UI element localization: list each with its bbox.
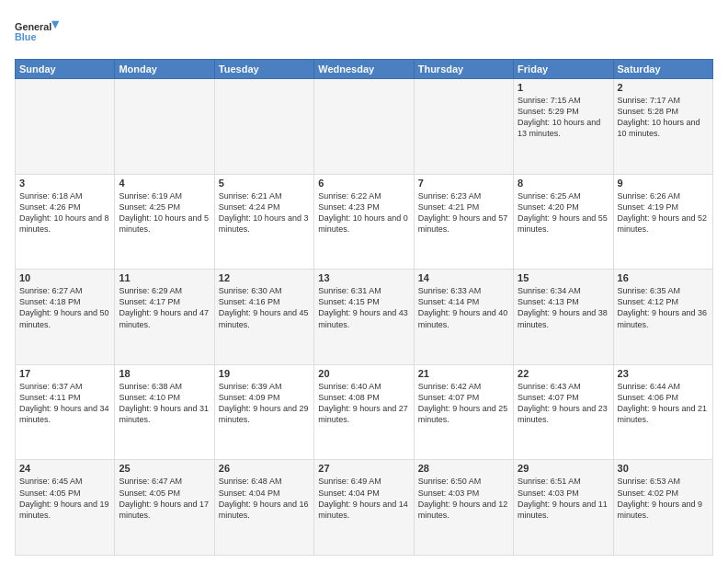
calendar-cell: 12Sunrise: 6:30 AM Sunset: 4:16 PM Dayli…: [214, 270, 313, 365]
day-number: 27: [318, 463, 409, 474]
generalblue-logo: General Blue: [15, 15, 61, 52]
day-number: 2: [618, 82, 709, 93]
day-number: 8: [518, 178, 609, 189]
day-info: Sunrise: 6:21 AM Sunset: 4:24 PM Dayligh…: [219, 190, 310, 236]
header: General Blue: [15, 15, 713, 52]
column-header-wednesday: Wednesday: [314, 60, 414, 79]
day-number: 26: [219, 463, 310, 474]
calendar-cell: 29Sunrise: 6:51 AM Sunset: 4:03 PM Dayli…: [514, 460, 613, 556]
column-header-friday: Friday: [514, 60, 613, 79]
day-number: 20: [318, 368, 409, 379]
column-header-tuesday: Tuesday: [214, 60, 313, 79]
day-number: 18: [119, 368, 210, 379]
calendar-cell: 26Sunrise: 6:48 AM Sunset: 4:04 PM Dayli…: [214, 460, 313, 556]
day-info: Sunrise: 6:31 AM Sunset: 4:15 PM Dayligh…: [318, 285, 409, 330]
calendar-cell: 23Sunrise: 6:44 AM Sunset: 4:06 PM Dayli…: [613, 364, 712, 460]
calendar-cell: [115, 79, 214, 175]
day-info: Sunrise: 6:49 AM Sunset: 4:04 PM Dayligh…: [318, 476, 409, 521]
day-number: 11: [119, 272, 210, 283]
calendar-cell: 28Sunrise: 6:50 AM Sunset: 4:03 PM Dayli…: [414, 460, 513, 556]
week-row-4: 17Sunrise: 6:37 AM Sunset: 4:11 PM Dayli…: [16, 364, 713, 460]
calendar-cell: 21Sunrise: 6:42 AM Sunset: 4:07 PM Dayli…: [414, 364, 513, 460]
header-row: SundayMondayTuesdayWednesdayThursdayFrid…: [16, 60, 713, 79]
calendar-cell: 19Sunrise: 6:39 AM Sunset: 4:09 PM Dayli…: [214, 364, 313, 460]
day-number: 6: [318, 178, 409, 189]
calendar-cell: [414, 79, 513, 175]
calendar-cell: 15Sunrise: 6:34 AM Sunset: 4:13 PM Dayli…: [514, 270, 613, 365]
day-number: 30: [618, 463, 709, 474]
day-info: Sunrise: 6:40 AM Sunset: 4:08 PM Dayligh…: [318, 381, 409, 426]
calendar-cell: 1Sunrise: 7:15 AM Sunset: 5:29 PM Daylig…: [514, 79, 613, 175]
day-info: Sunrise: 6:19 AM Sunset: 4:25 PM Dayligh…: [119, 190, 210, 236]
day-info: Sunrise: 6:47 AM Sunset: 4:05 PM Dayligh…: [119, 476, 210, 521]
day-info: Sunrise: 6:27 AM Sunset: 4:18 PM Dayligh…: [19, 285, 110, 330]
calendar-cell: [214, 79, 313, 175]
day-number: 19: [219, 368, 310, 379]
page: General Blue SundayMondayTuesdayWednesda…: [0, 0, 728, 563]
week-row-2: 3Sunrise: 6:18 AM Sunset: 4:26 PM Daylig…: [16, 174, 713, 270]
calendar-cell: 16Sunrise: 6:35 AM Sunset: 4:12 PM Dayli…: [613, 270, 712, 365]
calendar-cell: 10Sunrise: 6:27 AM Sunset: 4:18 PM Dayli…: [16, 270, 115, 365]
day-info: Sunrise: 6:43 AM Sunset: 4:07 PM Dayligh…: [518, 381, 609, 426]
calendar-cell: 25Sunrise: 6:47 AM Sunset: 4:05 PM Dayli…: [115, 460, 214, 556]
day-number: 9: [618, 178, 709, 189]
day-info: Sunrise: 6:37 AM Sunset: 4:11 PM Dayligh…: [19, 381, 110, 426]
calendar-cell: 18Sunrise: 6:38 AM Sunset: 4:10 PM Dayli…: [115, 364, 214, 460]
day-info: Sunrise: 6:18 AM Sunset: 4:26 PM Dayligh…: [19, 190, 110, 236]
day-number: 21: [418, 368, 509, 379]
column-header-thursday: Thursday: [414, 60, 513, 79]
calendar-cell: 17Sunrise: 6:37 AM Sunset: 4:11 PM Dayli…: [16, 364, 115, 460]
day-info: Sunrise: 6:42 AM Sunset: 4:07 PM Dayligh…: [418, 381, 509, 426]
calendar-table: SundayMondayTuesdayWednesdayThursdayFrid…: [15, 59, 713, 556]
day-number: 16: [618, 272, 709, 283]
day-info: Sunrise: 6:26 AM Sunset: 4:19 PM Dayligh…: [618, 190, 709, 236]
day-number: 4: [119, 178, 210, 189]
svg-text:General: General: [15, 21, 51, 32]
calendar-cell: 3Sunrise: 6:18 AM Sunset: 4:26 PM Daylig…: [16, 174, 115, 270]
day-info: Sunrise: 6:48 AM Sunset: 4:04 PM Dayligh…: [219, 476, 310, 521]
column-header-saturday: Saturday: [613, 60, 712, 79]
day-number: 13: [318, 272, 409, 283]
calendar-cell: 20Sunrise: 6:40 AM Sunset: 4:08 PM Dayli…: [314, 364, 414, 460]
day-number: 15: [518, 272, 609, 283]
day-number: 14: [418, 272, 509, 283]
day-number: 23: [618, 368, 709, 379]
calendar-cell: 13Sunrise: 6:31 AM Sunset: 4:15 PM Dayli…: [314, 270, 414, 365]
day-info: Sunrise: 6:34 AM Sunset: 4:13 PM Dayligh…: [518, 285, 609, 330]
day-number: 3: [19, 178, 110, 189]
calendar-cell: 6Sunrise: 6:22 AM Sunset: 4:23 PM Daylig…: [314, 174, 414, 270]
week-row-1: 1Sunrise: 7:15 AM Sunset: 5:29 PM Daylig…: [16, 79, 713, 175]
day-number: 12: [219, 272, 310, 283]
day-info: Sunrise: 6:45 AM Sunset: 4:05 PM Dayligh…: [19, 476, 110, 521]
calendar-cell: 30Sunrise: 6:53 AM Sunset: 4:02 PM Dayli…: [613, 460, 712, 556]
day-info: Sunrise: 6:51 AM Sunset: 4:03 PM Dayligh…: [518, 476, 609, 521]
day-number: 10: [19, 272, 110, 283]
day-number: 1: [518, 82, 609, 93]
calendar-cell: 24Sunrise: 6:45 AM Sunset: 4:05 PM Dayli…: [16, 460, 115, 556]
column-header-sunday: Sunday: [16, 60, 115, 79]
logo: General Blue: [15, 15, 61, 52]
calendar-cell: [16, 79, 115, 175]
svg-text:Blue: Blue: [15, 31, 36, 42]
day-info: Sunrise: 7:17 AM Sunset: 5:28 PM Dayligh…: [618, 95, 709, 140]
day-number: 29: [518, 463, 609, 474]
week-row-5: 24Sunrise: 6:45 AM Sunset: 4:05 PM Dayli…: [16, 460, 713, 556]
day-number: 22: [518, 368, 609, 379]
day-number: 24: [19, 463, 110, 474]
calendar-cell: 8Sunrise: 6:25 AM Sunset: 4:20 PM Daylig…: [514, 174, 613, 270]
calendar-cell: 5Sunrise: 6:21 AM Sunset: 4:24 PM Daylig…: [214, 174, 313, 270]
calendar-cell: 9Sunrise: 6:26 AM Sunset: 4:19 PM Daylig…: [613, 174, 712, 270]
day-info: Sunrise: 6:33 AM Sunset: 4:14 PM Dayligh…: [418, 285, 509, 330]
day-info: Sunrise: 7:15 AM Sunset: 5:29 PM Dayligh…: [518, 95, 609, 140]
calendar-cell: 27Sunrise: 6:49 AM Sunset: 4:04 PM Dayli…: [314, 460, 414, 556]
column-header-monday: Monday: [115, 60, 214, 79]
svg-marker-2: [51, 21, 59, 29]
day-number: 25: [119, 463, 210, 474]
day-info: Sunrise: 6:22 AM Sunset: 4:23 PM Dayligh…: [318, 190, 409, 236]
day-number: 17: [19, 368, 110, 379]
calendar-cell: 2Sunrise: 7:17 AM Sunset: 5:28 PM Daylig…: [613, 79, 712, 175]
day-info: Sunrise: 6:30 AM Sunset: 4:16 PM Dayligh…: [219, 285, 310, 330]
day-number: 28: [418, 463, 509, 474]
calendar-cell: 11Sunrise: 6:29 AM Sunset: 4:17 PM Dayli…: [115, 270, 214, 365]
day-info: Sunrise: 6:39 AM Sunset: 4:09 PM Dayligh…: [219, 381, 310, 426]
